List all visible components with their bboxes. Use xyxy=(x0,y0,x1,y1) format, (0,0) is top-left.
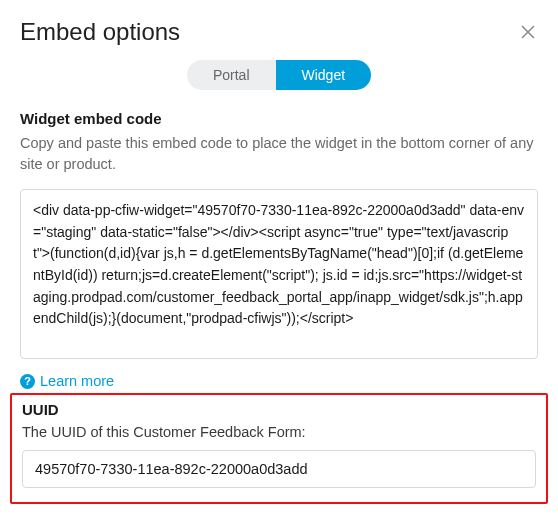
learn-more-link[interactable]: ? Learn more xyxy=(20,373,538,389)
uuid-input[interactable] xyxy=(22,450,536,488)
modal-title: Embed options xyxy=(20,18,180,46)
modal-header: Embed options xyxy=(20,18,538,46)
learn-more-text: Learn more xyxy=(40,373,114,389)
tab-widget[interactable]: Widget xyxy=(276,60,372,90)
widget-embed-helper: Copy and paste this embed code to place … xyxy=(20,133,538,175)
uuid-description: The UUID of this Customer Feedback Form: xyxy=(22,424,536,440)
uuid-section: UUID The UUID of this Customer Feedback … xyxy=(10,393,548,504)
tab-bar: Portal Widget xyxy=(20,60,538,90)
uuid-title: UUID xyxy=(22,401,536,418)
close-icon xyxy=(520,24,536,40)
tab-group: Portal Widget xyxy=(187,60,371,90)
close-button[interactable] xyxy=(518,22,538,42)
question-icon: ? xyxy=(20,374,35,389)
embed-code-textarea[interactable] xyxy=(20,189,538,359)
widget-embed-label: Widget embed code xyxy=(20,110,538,127)
tab-portal[interactable]: Portal xyxy=(187,60,276,90)
embed-options-modal: Embed options Portal Widget Widget embed… xyxy=(0,0,558,504)
